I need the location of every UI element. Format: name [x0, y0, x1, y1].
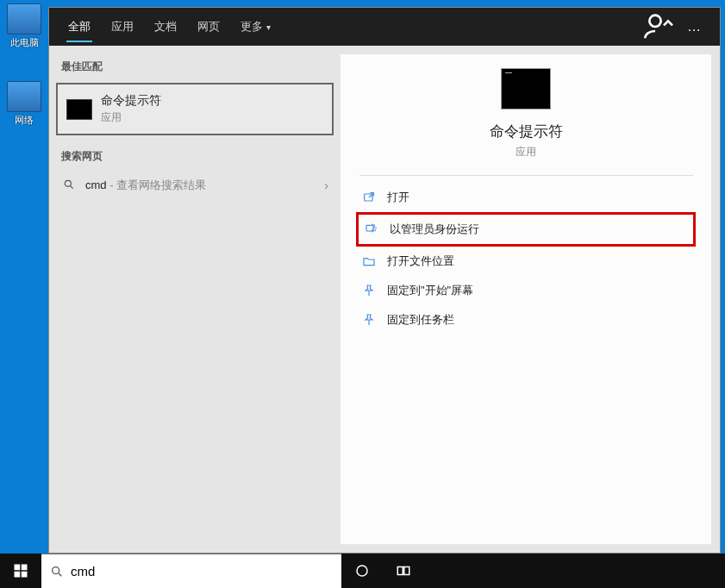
svg-rect-15: [397, 567, 403, 575]
search-icon: [61, 178, 77, 193]
action-open[interactable]: 打开: [356, 183, 696, 212]
pin-taskbar-icon: [361, 312, 377, 328]
action-pin-to-start[interactable]: 固定到"开始"屏幕: [356, 276, 696, 305]
svg-point-0: [649, 16, 660, 27]
preview-pane: 命令提示符 应用 打开 以管理员身份运行: [341, 54, 711, 544]
action-label: 打开: [387, 190, 409, 205]
desktop-icon-strip: 此电脑 网络: [0, 0, 48, 554]
start-button[interactable]: [0, 554, 41, 588]
tab-docs[interactable]: 文档: [144, 8, 187, 46]
svg-point-1: [65, 180, 71, 186]
task-view-button[interactable]: [383, 554, 424, 588]
action-open-file-location[interactable]: 打开文件位置: [356, 247, 696, 276]
action-label: 固定到"开始"屏幕: [387, 283, 473, 298]
chevron-right-icon: ›: [324, 178, 328, 192]
cmd-thumb-icon: [66, 99, 92, 120]
cortana-button[interactable]: [341, 554, 383, 588]
svg-line-13: [59, 573, 61, 576]
svg-line-2: [71, 185, 73, 188]
action-list: 打开 以管理员身份运行 打开文件位置: [341, 183, 711, 335]
desktop-icon-label: 网络: [5, 114, 43, 127]
chevron-down-icon: ▾: [266, 22, 271, 32]
action-run-as-admin[interactable]: 以管理员身份运行: [356, 212, 696, 247]
search-input[interactable]: [71, 564, 333, 579]
tab-all[interactable]: 全部: [58, 8, 101, 46]
pin-icon: [361, 283, 377, 298]
divider: [359, 175, 693, 176]
preview-app-icon: [501, 68, 551, 109]
search-web-heading: 搜索网页: [49, 144, 341, 169]
tab-more[interactable]: 更多▾: [230, 8, 281, 46]
preview-title: 命令提示符: [490, 122, 563, 141]
network-icon: [7, 81, 41, 112]
svg-rect-11: [22, 572, 28, 578]
svg-point-14: [357, 566, 367, 576]
action-label: 打开文件位置: [387, 253, 454, 269]
action-pin-to-taskbar[interactable]: 固定到任务栏: [356, 305, 696, 335]
search-panel: 全部 应用 文档 网页 更多▾ … 最佳匹配 命令提示符 应用: [48, 7, 721, 554]
taskbar-search-box[interactable]: [41, 554, 341, 588]
tab-apps[interactable]: 应用: [101, 8, 144, 46]
desktop-icon-network[interactable]: 网络: [5, 81, 43, 127]
best-match-heading: 最佳匹配: [49, 54, 341, 79]
best-match-subtitle: 应用: [101, 110, 161, 125]
taskbar: [0, 554, 725, 588]
best-match-title: 命令提示符: [101, 93, 161, 109]
action-label: 以管理员身份运行: [390, 222, 479, 237]
svg-point-12: [53, 566, 59, 573]
tab-more-label: 更多: [241, 20, 263, 33]
search-tabbar: 全部 应用 文档 网页 更多▾ …: [49, 8, 720, 46]
desktop-icon-this-pc[interactable]: 此电脑: [5, 3, 43, 49]
svg-rect-8: [15, 565, 21, 571]
desktop-icon-label: 此电脑: [5, 36, 43, 49]
svg-rect-10: [15, 572, 21, 578]
results-left-column: 最佳匹配 命令提示符 应用 搜索网页 cmd - 查看网络搜索结果: [49, 46, 341, 553]
options-icon[interactable]: …: [677, 8, 711, 46]
shield-admin-icon: [364, 222, 379, 237]
web-query-suffix: - 查看网络搜索结果: [107, 178, 207, 191]
folder-icon: [361, 253, 377, 269]
svg-rect-9: [22, 565, 28, 571]
search-icon: [50, 565, 64, 579]
this-pc-icon: [7, 3, 41, 34]
tab-web[interactable]: 网页: [187, 8, 230, 46]
best-match-item[interactable]: 命令提示符 应用: [56, 83, 334, 135]
open-icon: [361, 190, 377, 205]
svg-rect-16: [404, 567, 409, 575]
preview-subtitle: 应用: [516, 145, 536, 160]
web-query-text: cmd - 查看网络搜索结果: [85, 178, 206, 193]
action-label: 固定到任务栏: [387, 312, 454, 328]
web-query-term: cmd: [85, 178, 107, 191]
feedback-icon[interactable]: [642, 8, 677, 46]
search-web-item[interactable]: cmd - 查看网络搜索结果 ›: [49, 169, 341, 202]
